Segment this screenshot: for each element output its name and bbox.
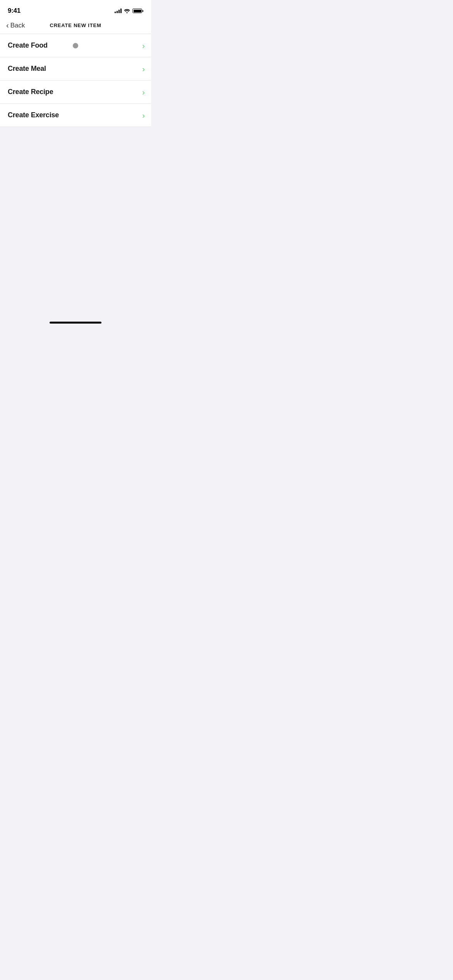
chevron-right-icon: › bbox=[142, 88, 145, 96]
chevron-right-icon: › bbox=[142, 42, 145, 50]
page-title: CREATE NEW ITEM bbox=[50, 22, 101, 28]
home-indicator bbox=[50, 322, 101, 324]
wifi-icon bbox=[124, 9, 130, 13]
scroll-dot bbox=[73, 43, 78, 48]
chevron-right-icon: › bbox=[142, 111, 145, 119]
back-label: Back bbox=[10, 22, 25, 29]
create-exercise-label: Create Exercise bbox=[8, 111, 59, 119]
background-area bbox=[0, 127, 151, 314]
create-food-item[interactable]: Create Food › bbox=[0, 34, 151, 57]
create-food-label: Create Food bbox=[8, 41, 48, 50]
back-button[interactable]: ‹ Back bbox=[6, 22, 25, 29]
chevron-right-icon: › bbox=[142, 65, 145, 73]
signal-icon bbox=[115, 9, 122, 13]
back-chevron-icon: ‹ bbox=[6, 21, 9, 29]
menu-list: Create Food › Create Meal › Create Recip… bbox=[0, 34, 151, 127]
create-meal-label: Create Meal bbox=[8, 65, 46, 73]
create-recipe-label: Create Recipe bbox=[8, 88, 53, 96]
create-exercise-item[interactable]: Create Exercise › bbox=[0, 104, 151, 127]
create-recipe-item[interactable]: Create Recipe › bbox=[0, 81, 151, 104]
create-meal-item[interactable]: Create Meal › bbox=[0, 57, 151, 81]
status-bar: 9:41 bbox=[0, 0, 151, 17]
status-time: 9:41 bbox=[8, 7, 21, 15]
nav-header: ‹ Back CREATE NEW ITEM bbox=[0, 17, 151, 34]
status-icons bbox=[115, 9, 143, 13]
battery-icon bbox=[132, 9, 143, 13]
